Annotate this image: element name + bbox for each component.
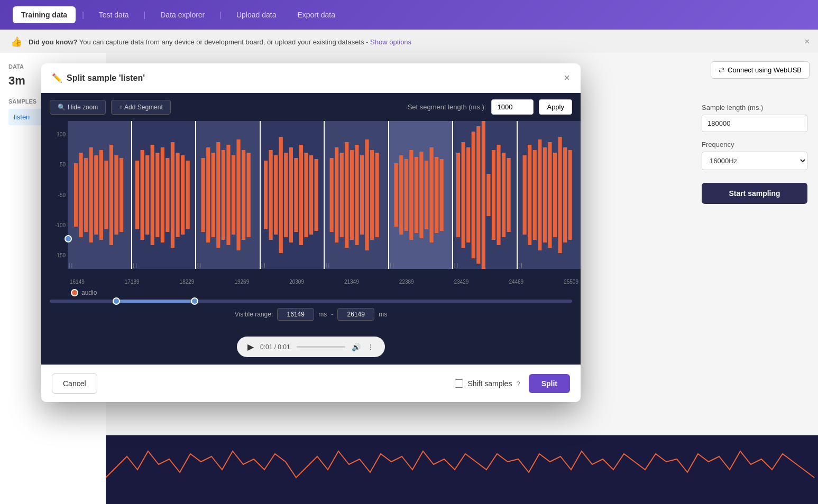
frequency-label: Frequency — [702, 141, 807, 148]
nav-tab-explorer[interactable]: Data explorer — [152, 6, 213, 23]
svg-rect-78 — [492, 150, 495, 240]
range-start-input[interactable] — [277, 308, 314, 321]
svg-rect-64 — [414, 157, 418, 233]
player-more-button[interactable]: ⋮ — [367, 343, 374, 351]
range-handle-right[interactable] — [191, 297, 198, 305]
split-button[interactable]: Split — [529, 374, 570, 393]
svg-rect-24 — [186, 161, 189, 229]
svg-rect-20 — [166, 158, 169, 232]
nav-tab-training[interactable]: Training data — [13, 6, 76, 23]
seg5-tick: | | — [326, 263, 329, 268]
nav-tab-test[interactable]: Test data — [90, 6, 137, 23]
svg-rect-23 — [181, 155, 185, 235]
svg-rect-57 — [370, 150, 374, 240]
seg2-tick: | | — [133, 263, 137, 268]
svg-rect-60 — [394, 163, 398, 227]
mini-waveform-svg: // Generate mini waveform bars inline wo… — [106, 435, 818, 504]
x-label-21349: 21349 — [344, 279, 359, 285]
slider-area: audio Visible range: ms - ms — [41, 285, 581, 331]
svg-rect-92 — [568, 150, 572, 240]
svg-rect-26 — [201, 158, 205, 232]
apply-button[interactable]: Apply — [539, 99, 572, 115]
range-end-input[interactable] — [337, 308, 374, 321]
svg-rect-67 — [429, 147, 433, 242]
svg-rect-38 — [269, 150, 272, 240]
add-segment-button[interactable]: + Add Segment — [111, 100, 170, 115]
visible-range-label: Visible range: — [235, 311, 273, 318]
segment-1: | | — [68, 121, 132, 269]
svg-rect-86 — [538, 139, 541, 250]
progress-bar[interactable] — [297, 346, 345, 348]
audio-label-row: audio — [50, 289, 572, 296]
nav-divider-3: | — [219, 11, 222, 19]
svg-rect-84 — [528, 145, 531, 245]
svg-rect-40 — [279, 137, 282, 253]
svg-rect-71 — [456, 153, 460, 237]
segments-container: | | — [68, 121, 581, 269]
banner-text: Did you know? You can capture data from … — [29, 38, 411, 46]
range-ms-label-end: ms — [379, 311, 387, 318]
audio-player: ▶ 0:01 / 0:01 🔊 ⋮ — [41, 331, 581, 365]
svg-rect-30 — [222, 150, 225, 240]
svg-rect-46 — [309, 155, 313, 235]
range-dash: - — [331, 311, 333, 318]
show-options-link[interactable]: Show options — [370, 38, 411, 46]
start-sampling-button[interactable]: Start sampling — [702, 183, 807, 204]
top-nav: Training data | Test data | Data explore… — [0, 0, 818, 30]
nav-tab-upload[interactable]: Upload data — [228, 6, 285, 23]
modal-overlay: Training data | Test data | Data explore… — [0, 0, 818, 504]
svg-rect-85 — [532, 150, 536, 240]
svg-rect-55 — [360, 155, 364, 235]
svg-rect-76 — [482, 121, 485, 269]
svg-rect-34 — [242, 150, 245, 240]
segment-4: | | — [261, 121, 325, 269]
svg-rect-51 — [340, 153, 344, 237]
play-button[interactable]: ▶ — [247, 342, 254, 352]
frequency-select[interactable]: 16000Hz — [702, 152, 807, 170]
banner-close[interactable]: × — [805, 37, 810, 46]
help-icon[interactable]: ? — [516, 380, 520, 388]
svg-rect-3 — [74, 163, 78, 227]
svg-rect-77 — [486, 174, 490, 216]
range-handle-left[interactable] — [113, 297, 120, 305]
svg-rect-69 — [439, 159, 443, 231]
shift-samples-checkbox[interactable] — [455, 379, 463, 388]
toolbar-right: Set segment length (ms.): Apply — [408, 99, 572, 115]
volume-button[interactable]: 🔊 — [352, 343, 361, 351]
svg-rect-62 — [404, 159, 408, 231]
modal-close-button[interactable]: × — [564, 72, 570, 84]
svg-rect-8 — [99, 150, 103, 240]
nav-tab-export[interactable]: Export data — [289, 6, 344, 23]
x-label-20309: 20309 — [289, 279, 304, 285]
svg-rect-6 — [89, 147, 93, 242]
range-slider[interactable] — [50, 300, 572, 303]
svg-rect-58 — [375, 153, 379, 237]
x-label-22389: 22389 — [399, 279, 414, 285]
audio-dot — [71, 289, 78, 296]
x-label-25509: 25509 — [564, 279, 578, 285]
segment-length-input[interactable] — [491, 99, 534, 115]
nav-divider-1: | — [82, 11, 84, 19]
svg-rect-17 — [150, 145, 154, 245]
cancel-button[interactable]: Cancel — [52, 374, 97, 394]
shift-samples-label: Shift samples ? — [455, 379, 520, 388]
svg-rect-73 — [466, 147, 470, 242]
x-label-24469: 24469 — [509, 279, 523, 285]
svg-rect-53 — [350, 150, 354, 240]
svg-rect-39 — [274, 155, 278, 235]
svg-rect-90 — [558, 137, 562, 253]
hide-zoom-button[interactable]: 🔍 Hide zoom — [50, 100, 106, 115]
player-inner: ▶ 0:01 / 0:01 🔊 ⋮ — [237, 337, 385, 357]
svg-rect-18 — [155, 153, 159, 237]
sample-length-input[interactable] — [702, 115, 807, 132]
svg-rect-91 — [563, 147, 567, 242]
segment-6: | | — [389, 121, 454, 269]
zoom-handle[interactable] — [65, 235, 72, 242]
connect-webusb-button[interactable]: ⇄ Connect using WebUSB — [711, 61, 810, 79]
svg-rect-66 — [424, 161, 428, 229]
svg-rect-81 — [507, 158, 511, 232]
svg-rect-50 — [335, 147, 338, 242]
svg-rect-42 — [289, 147, 292, 242]
svg-rect-54 — [355, 145, 359, 245]
y-label-50: 50 — [43, 162, 66, 167]
